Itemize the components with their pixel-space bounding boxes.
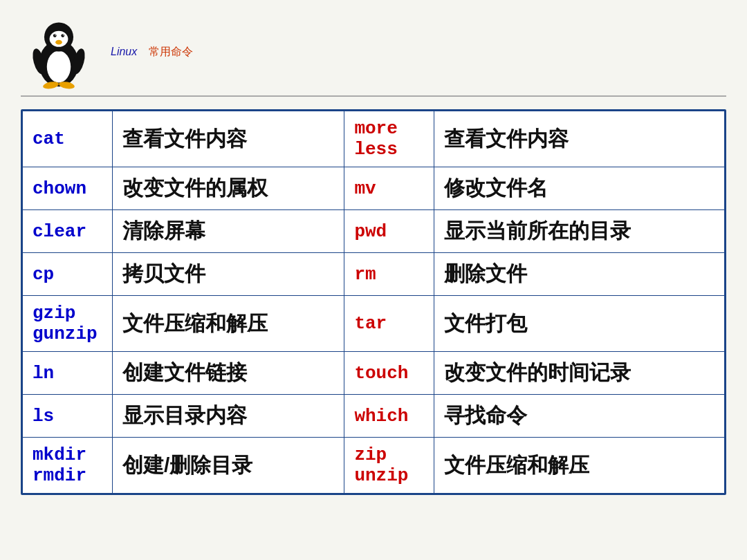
cmd-right: touch	[344, 352, 434, 395]
table-row: gzip gunzip文件压缩和解压tar文件打包	[23, 296, 725, 352]
page-title: Linux 常用命令	[111, 45, 193, 59]
table-row: cp拷贝文件rm删除文件	[23, 253, 725, 296]
cmd-right: pwd	[344, 210, 434, 253]
desc-left: 创建文件链接	[113, 352, 344, 395]
header: Linux 常用命令	[21, 14, 726, 97]
svg-point-9	[63, 35, 64, 36]
desc-right: 显示当前所在的目录	[434, 210, 725, 253]
commands-table: cat查看文件内容more less查看文件内容chown改变文件的属权mv修改…	[22, 111, 725, 494]
cmd-right: rm	[344, 253, 434, 296]
tux-icon	[21, 14, 97, 90]
cmd-right: which	[344, 395, 434, 438]
desc-left: 查看文件内容	[113, 111, 344, 167]
title-chinese: 常用命令	[149, 46, 193, 57]
desc-right: 文件打包	[434, 296, 725, 352]
cmd-left: gzip gunzip	[23, 296, 113, 352]
cmd-left: chown	[23, 167, 113, 210]
desc-right: 删除文件	[434, 253, 725, 296]
desc-left: 清除屏幕	[113, 210, 344, 253]
desc-left: 显示目录内容	[113, 395, 344, 438]
svg-point-1	[47, 51, 71, 83]
table-row: ls显示目录内容which寻找命令	[23, 395, 725, 438]
page: Linux 常用命令 cat查看文件内容more less查看文件内容chown…	[0, 0, 747, 560]
svg-point-10	[55, 40, 62, 45]
cmd-left: cp	[23, 253, 113, 296]
cmd-left: mkdir rmdir	[23, 438, 113, 494]
title-linux: Linux	[111, 46, 137, 57]
cmd-left: cat	[23, 111, 113, 167]
cmd-left: clear	[23, 210, 113, 253]
cmd-left: ln	[23, 352, 113, 395]
table-row: chown改变文件的属权mv修改文件名	[23, 167, 725, 210]
cmd-right: more less	[344, 111, 434, 167]
commands-table-container: cat查看文件内容more less查看文件内容chown改变文件的属权mv修改…	[21, 109, 726, 495]
table-row: mkdir rmdir创建/删除目录zip unzip文件压缩和解压	[23, 438, 725, 494]
desc-right: 修改文件名	[434, 167, 725, 210]
desc-left: 拷贝文件	[113, 253, 344, 296]
cmd-left: ls	[23, 395, 113, 438]
desc-left: 创建/删除目录	[113, 438, 344, 494]
table-row: ln创建文件链接touch改变文件的时间记录	[23, 352, 725, 395]
svg-point-7	[61, 34, 64, 37]
svg-point-8	[55, 35, 56, 36]
desc-right: 改变文件的时间记录	[434, 352, 725, 395]
svg-point-6	[53, 34, 57, 37]
desc-right: 查看文件内容	[434, 111, 725, 167]
cmd-right: zip unzip	[344, 438, 434, 494]
desc-left: 文件压缩和解压	[113, 296, 344, 352]
desc-left: 改变文件的属权	[113, 167, 344, 210]
table-row: cat查看文件内容more less查看文件内容	[23, 111, 725, 167]
cmd-right: mv	[344, 167, 434, 210]
desc-right: 寻找命令	[434, 395, 725, 438]
cmd-right: tar	[344, 296, 434, 352]
table-row: clear清除屏幕pwd显示当前所在的目录	[23, 210, 725, 253]
desc-right: 文件压缩和解压	[434, 438, 725, 494]
